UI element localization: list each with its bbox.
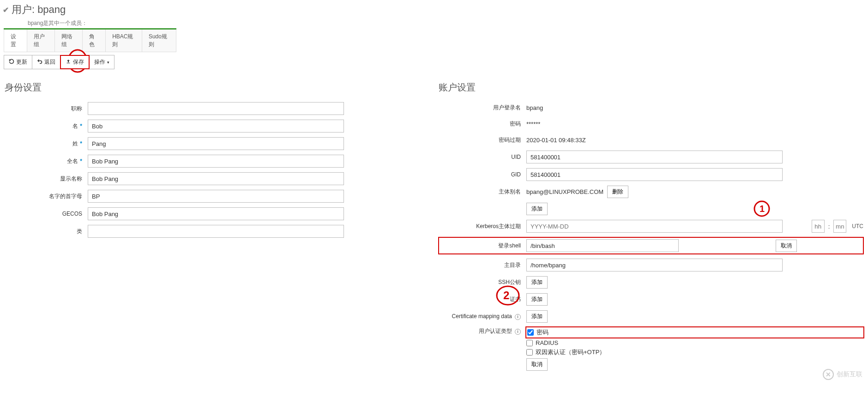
uid-input[interactable] xyxy=(526,151,783,163)
krb-hh-input[interactable] xyxy=(812,220,825,233)
page-title-username: bpang xyxy=(37,4,66,16)
cert-label: 证书 xyxy=(439,295,526,303)
refresh-label: 更新 xyxy=(16,58,27,66)
page-title: ✔ 用户: bpang xyxy=(0,0,868,20)
tab-net-group[interactable]: 网络组 xyxy=(55,30,83,52)
identity-section: 身份设置 职称 名* 姓* 全名* 显示名称 名字的首字母 GECOS xyxy=(0,72,434,385)
add-ssh-key-button[interactable]: 添加 xyxy=(526,276,548,289)
home-dir-input[interactable] xyxy=(526,259,783,271)
info-icon: i xyxy=(515,329,521,335)
krb-date-input[interactable] xyxy=(526,220,783,233)
initials-input[interactable] xyxy=(88,190,344,203)
krb-mm-input[interactable] xyxy=(833,220,846,233)
operate-button[interactable]: 操作 ▾ xyxy=(89,55,115,69)
auth-type-label: 用户认证类型 i xyxy=(439,327,526,335)
info-icon: i xyxy=(515,314,521,320)
last-name-label: 姓* xyxy=(5,140,88,148)
tab-settings[interactable]: 设置 xyxy=(4,30,27,52)
display-name-input[interactable] xyxy=(88,172,344,185)
add-cert-button[interactable]: 添加 xyxy=(526,293,548,306)
member-of-label: bpang是其中一个成员： xyxy=(0,19,868,27)
add-principal-button[interactable]: 添加 xyxy=(526,203,548,215)
auth-radius-input[interactable] xyxy=(526,340,533,346)
principal-alias-value: bpang@LINUXPROBE.COM xyxy=(526,186,603,198)
back-button[interactable]: 返回 xyxy=(32,55,60,69)
refresh-button[interactable]: 更新 xyxy=(4,55,32,69)
watermark-text: 创新互联 xyxy=(837,370,862,379)
undo-icon xyxy=(37,59,42,66)
cert-map-label: Certificate mapping data i xyxy=(439,313,526,320)
auth-radius-label: RADIUS xyxy=(536,339,558,346)
tab-user-group[interactable]: 用户组 xyxy=(27,30,55,52)
krb-expire-label: Kerberos主体过期 xyxy=(439,223,526,230)
uid-label: UID xyxy=(439,154,526,160)
home-dir-label: 主目录 xyxy=(439,261,526,269)
password-label: 密码 xyxy=(439,120,526,128)
chevron-down-icon: ▾ xyxy=(107,60,109,65)
refresh-icon xyxy=(9,59,14,66)
add-cert-map-button[interactable]: 添加 xyxy=(526,310,548,323)
last-name-input[interactable] xyxy=(88,137,344,150)
job-title-label: 职称 xyxy=(5,105,88,113)
save-label: 保存 xyxy=(73,58,84,66)
gecos-input[interactable] xyxy=(88,207,344,220)
tab-sudo[interactable]: Sudo规则 xyxy=(142,30,176,52)
tab-role[interactable]: 角色 xyxy=(83,30,106,52)
auth-radius-checkbox[interactable]: RADIUS xyxy=(526,339,863,346)
save-button[interactable]: 保存 xyxy=(60,55,90,69)
delete-principal-button[interactable]: 删除 xyxy=(607,186,628,198)
watermark-logo-icon: ✕ xyxy=(823,369,834,380)
login-shell-input[interactable] xyxy=(526,239,679,252)
login-shell-label: 登录shell xyxy=(439,242,526,250)
password-value: ****** xyxy=(526,118,863,130)
gid-label: GID xyxy=(439,171,526,178)
upload-icon xyxy=(66,59,71,66)
auth-password-checkbox[interactable]: 密码 xyxy=(527,328,549,337)
full-name-input[interactable] xyxy=(88,155,344,168)
back-label: 返回 xyxy=(44,58,55,66)
class-label: 类 xyxy=(5,228,88,235)
auth-twofactor-label: 双因素认证（密码+OTP） xyxy=(536,348,605,356)
krb-utc-label: UTC xyxy=(852,223,863,229)
initials-label: 名字的首字母 xyxy=(5,193,88,200)
page-title-prefix: 用户: xyxy=(12,3,35,17)
auth-cancel-button[interactable]: 取消 xyxy=(526,358,548,371)
watermark: ✕ 创新互联 xyxy=(823,369,862,380)
action-bar: 更新 返回 保存 操作 ▾ xyxy=(0,52,868,72)
tab-hbac[interactable]: HBAC规则 xyxy=(106,30,142,52)
login-shell-cancel-button[interactable]: 取消 xyxy=(776,240,797,252)
auth-password-label: 密码 xyxy=(536,328,549,337)
login-name-label: 用户登录名 xyxy=(439,104,526,112)
operate-label: 操作 xyxy=(94,58,105,66)
password-expire-label: 密码过期 xyxy=(439,136,526,144)
gecos-label: GECOS xyxy=(5,211,88,217)
facet-tabs: 设置 用户组 网络组 角色 HBAC规则 Sudo规则 xyxy=(4,28,176,52)
gid-input[interactable] xyxy=(526,168,783,181)
auth-twofactor-checkbox[interactable]: 双因素认证（密码+OTP） xyxy=(526,348,863,356)
principal-alias-label: 主体别名 xyxy=(439,188,526,196)
check-icon: ✔ xyxy=(3,6,9,14)
identity-title: 身份设置 xyxy=(5,77,429,102)
ssh-key-label: SSH公钥 xyxy=(439,278,526,286)
first-name-input[interactable] xyxy=(88,120,344,133)
display-name-label: 显示名称 xyxy=(5,175,88,183)
job-title-input[interactable] xyxy=(88,102,344,115)
password-expire-value: 2020-01-01 09:48:33Z xyxy=(526,134,863,146)
account-section: 账户设置 用户登录名 bpang 密码 ****** 密码过期 2020-01-… xyxy=(434,72,868,385)
login-name-value: bpang xyxy=(526,102,863,114)
auth-password-input[interactable] xyxy=(527,329,534,336)
auth-twofactor-input[interactable] xyxy=(526,349,533,356)
account-title: 账户设置 xyxy=(439,77,863,102)
class-input[interactable] xyxy=(88,225,344,238)
full-name-label: 全名* xyxy=(5,157,88,165)
first-name-label: 名* xyxy=(5,122,88,130)
